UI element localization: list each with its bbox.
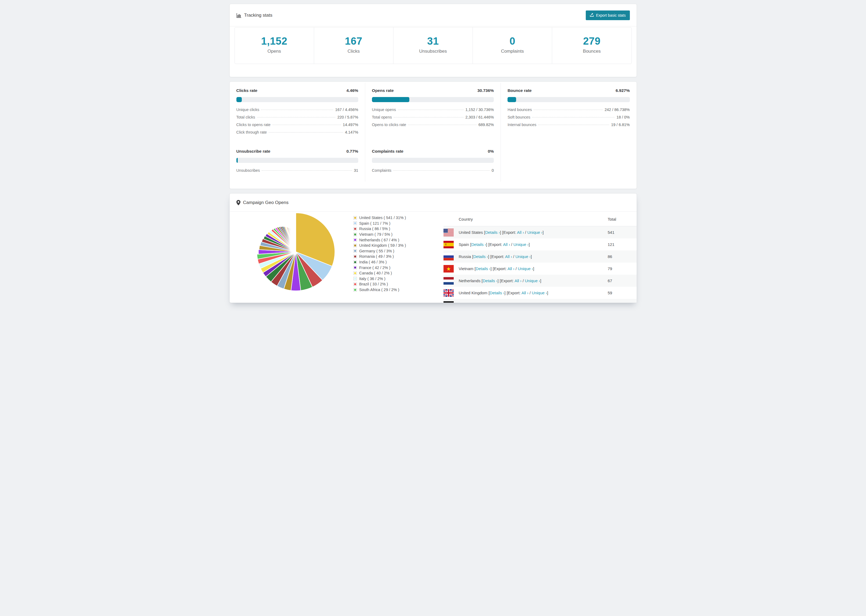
stat-label: Complaints: [473, 49, 552, 54]
stats-row: 1,152Opens167Clicks31Unsubscribes0Compla…: [235, 27, 632, 64]
legend-item: India ( 46 / 3% ): [353, 259, 444, 265]
stat-value: 0: [473, 36, 552, 47]
legend-label: United Kingdom ( 59 / 3% ): [359, 243, 406, 248]
stat-label: Clicks: [314, 49, 393, 54]
progress-bar: [236, 158, 358, 163]
bracket: ]: [547, 291, 548, 295]
legend-swatch: [353, 227, 357, 231]
bracket: ]: [540, 278, 541, 283]
rate-row-value: 19 / 6.81%: [611, 123, 630, 127]
legend-item: Russia ( 86 / 5% ): [353, 226, 444, 232]
legend-swatch: [353, 249, 357, 253]
rate-row-value: 689.82%: [479, 123, 494, 127]
rate-head: Unsubscribe rate0.77%: [236, 149, 358, 154]
country-cell: Vietnam [Details ›] [Export: All › / Uni…: [454, 266, 608, 271]
stat-label: Unsubscribes: [394, 49, 472, 54]
export-all-link[interactable]: All ›: [503, 242, 510, 247]
export-unique-link[interactable]: Unique ›: [515, 254, 531, 259]
rates-grid: Clicks rate4.46%Unique clicks167 / 4.456…: [230, 82, 636, 189]
details-link[interactable]: Details ›: [471, 242, 486, 247]
slash: /: [515, 266, 518, 271]
rate-row: Opens to clicks rate689.82%: [372, 123, 494, 130]
rate-row-label: Internal bounces: [507, 123, 536, 127]
legend-item: Spain ( 121 / 7% ): [353, 221, 444, 226]
export-unique-link[interactable]: Unique ›: [513, 242, 529, 247]
stat-box-opens: 1,152Opens: [235, 27, 314, 64]
country-cell: United States [Details ›] [Export: All ›…: [454, 230, 608, 235]
legend-label: Brazil ( 33 / 2% ): [359, 282, 388, 286]
stat-box-bounces: 279Bounces: [552, 27, 631, 64]
bar-chart-icon: [236, 13, 241, 18]
country-name: Russia: [459, 254, 471, 259]
export-button-label: Export basic stats: [596, 13, 626, 17]
export-all-link[interactable]: All ›: [521, 291, 529, 295]
rate-title: Bounce rate: [507, 88, 532, 93]
details-link[interactable]: Details ›: [483, 278, 498, 283]
tracking-stats-header: Tracking stats Export basic stats: [230, 4, 636, 26]
rate-row-label: Opens to clicks rate: [372, 123, 406, 127]
legend-swatch: [353, 288, 357, 292]
legend-label: Romania ( 49 / 3% ): [359, 254, 394, 259]
progress-bar-fill: [507, 97, 516, 102]
rate-rows: Complaints0: [372, 168, 494, 176]
legend-item: United States ( 541 / 31% ): [353, 215, 444, 221]
rate-title: Opens rate: [372, 88, 394, 93]
slash: /: [529, 291, 532, 295]
country-name: United Kingdom: [459, 291, 488, 295]
rate-row: Hard bounces242 / 86.738%: [507, 107, 630, 115]
rate-head: Bounce rate6.927%: [507, 88, 630, 93]
tracking-stats-card: Tracking stats Export basic stats 1,152O…: [230, 4, 637, 77]
export-all-link[interactable]: All ›: [517, 230, 524, 235]
bracket: ]: [533, 266, 534, 271]
legend-item: Vietnam ( 79 / 5% ): [353, 232, 444, 237]
legend-label: Russia ( 86 / 5% ): [359, 226, 390, 231]
export-unique-link[interactable]: Unique ›: [527, 230, 543, 235]
rate-percent: 0.77%: [346, 149, 358, 154]
bracket: ]: [529, 242, 530, 247]
progress-bar: [236, 97, 358, 102]
export-unique-link[interactable]: Unique ›: [532, 291, 547, 295]
legend-label: France ( 42 / 2% ): [359, 266, 390, 270]
dotted-leader: [262, 170, 352, 171]
legend-item: United Kingdom ( 59 / 3% ): [353, 243, 444, 248]
country-cell: Russia [Details ›] [Export: All › / Uniq…: [454, 254, 608, 259]
export-prefix: ] [Export:: [486, 242, 503, 247]
legend-swatch: [353, 266, 357, 269]
rate-row-label: Total clicks: [236, 115, 255, 119]
dotted-leader: [398, 110, 463, 110]
rate-row-label: Unique opens: [372, 107, 396, 112]
export-prefix: ] [Export:: [500, 230, 517, 235]
export-all-link[interactable]: All ›: [505, 254, 512, 259]
legend-swatch: [353, 277, 357, 280]
export-unique-link[interactable]: Unique ›: [518, 266, 533, 271]
legend-swatch: [353, 255, 357, 258]
vn-flag-icon: [444, 265, 454, 272]
country-name: Netherlands: [459, 278, 480, 283]
export-basic-stats-button[interactable]: Export basic stats: [586, 11, 630, 20]
rate-rows: Unique clicks167 / 4.456%Total clicks220…: [236, 107, 358, 138]
geo-title-wrap: Campaign Geo Opens: [236, 200, 288, 205]
legend-swatch: [353, 238, 357, 242]
table-row-es: Spain [Details ›] [Export: All › / Uniqu…: [444, 238, 636, 250]
geo-table-header: Country Total: [444, 212, 636, 226]
progress-bar-fill: [236, 158, 238, 163]
details-link[interactable]: Details ›: [476, 266, 491, 271]
details-link[interactable]: Details ›: [473, 254, 488, 259]
map-pin-icon: [236, 200, 241, 205]
details-link[interactable]: Details ›: [485, 230, 500, 235]
export-all-link[interactable]: All ›: [507, 266, 515, 271]
table-row-ru: Russia [Details ›] [Export: All › / Uniq…: [444, 250, 636, 262]
rate-section-opens-rate: Opens rate30.736%Unique opens1,152 / 30.…: [365, 83, 501, 143]
details-link[interactable]: Details ›: [490, 291, 505, 295]
export-unique-link[interactable]: Unique ›: [525, 278, 540, 283]
table-row-gb: United Kingdom [Details ›] [Export: All …: [444, 287, 636, 299]
rate-row-value: 14.497%: [343, 123, 358, 127]
export-all-link[interactable]: All ›: [515, 278, 521, 283]
export-prefix: ] [Export:: [498, 278, 515, 283]
geo-title: Campaign Geo Opens: [243, 200, 288, 205]
rate-head: Complaints rate0%: [372, 149, 494, 154]
geo-table-rows: United States [Details ›] [Export: All ›…: [444, 226, 636, 303]
page-title: Tracking stats: [244, 13, 272, 18]
stat-value: 31: [394, 36, 472, 47]
rate-section-complaints-rate: Complaints rate0%Complaints0: [365, 143, 501, 182]
